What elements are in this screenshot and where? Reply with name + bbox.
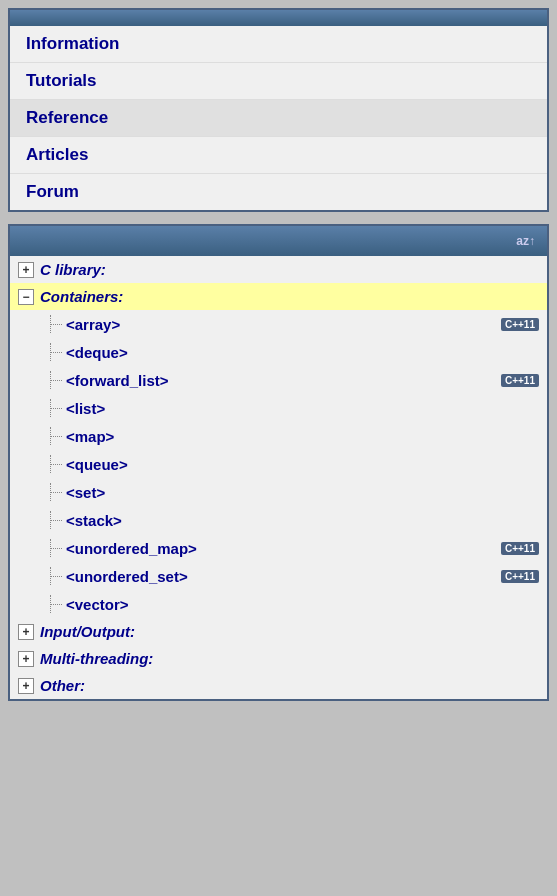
tree-label-multi-threading: Multi-threading: <box>40 650 153 667</box>
tree-item-multi-threading[interactable]: +Multi-threading: <box>10 645 547 672</box>
nav-item-information[interactable]: Information <box>10 26 547 63</box>
tree-child-label: <array> <box>66 316 120 333</box>
tree-child-item[interactable]: <deque> <box>10 338 547 366</box>
tree-child-item[interactable]: <set> <box>10 478 547 506</box>
tree-label-containers: Containers: <box>40 288 123 305</box>
tree-connector-icon <box>42 343 62 361</box>
tree-child-label: <queue> <box>66 456 128 473</box>
tree-child-label: <forward_list> <box>66 372 169 389</box>
nav-item-tutorials[interactable]: Tutorials <box>10 63 547 100</box>
nav-item-reference[interactable]: Reference <box>10 100 547 137</box>
tree-child-item[interactable]: <vector> <box>10 590 547 618</box>
cpp11-badge: C++11 <box>501 570 539 583</box>
tree-child-item[interactable]: <queue> <box>10 450 547 478</box>
tree-child-label: <list> <box>66 400 105 417</box>
tree-section-other: +Other: <box>10 672 547 699</box>
tree-child-item[interactable]: <forward_list>C++11 <box>10 366 547 394</box>
nav-panel: InformationTutorialsReferenceArticlesFor… <box>8 8 549 212</box>
tree-child-label: <deque> <box>66 344 128 361</box>
tree-child-item[interactable]: <map> <box>10 422 547 450</box>
reference-panel-header: az↑ <box>10 226 547 256</box>
tree-child-item[interactable]: <list> <box>10 394 547 422</box>
sort-az-icon[interactable]: az↑ <box>511 234 535 248</box>
tree-label-other: Other: <box>40 677 85 694</box>
tree-connector-icon <box>42 511 62 529</box>
tree-section-input-output: +Input/Output: <box>10 618 547 645</box>
expand-icon-multi-threading[interactable]: + <box>18 651 34 667</box>
tree-child-item[interactable]: <array>C++11 <box>10 310 547 338</box>
tree-connector-icon <box>42 315 62 333</box>
tree-connector-icon <box>42 595 62 613</box>
cpp11-badge: C++11 <box>501 318 539 331</box>
nav-item-articles[interactable]: Articles <box>10 137 547 174</box>
tree-section-containers: −Containers:<array>C++11<deque><forward_… <box>10 283 547 618</box>
tree-item-input-output[interactable]: +Input/Output: <box>10 618 547 645</box>
tree-connector-icon <box>42 455 62 473</box>
tree-child-label: <unordered_map> <box>66 540 197 557</box>
tree-connector-icon <box>42 483 62 501</box>
tree-child-label: <map> <box>66 428 114 445</box>
tree-section-multi-threading: +Multi-threading: <box>10 645 547 672</box>
expand-icon-other[interactable]: + <box>18 678 34 694</box>
expand-icon-containers[interactable]: − <box>18 289 34 305</box>
tree-label-c-library: C library: <box>40 261 106 278</box>
tree-section-c-library: +C library: <box>10 256 547 283</box>
tree-item-other[interactable]: +Other: <box>10 672 547 699</box>
tree-item-c-library[interactable]: +C library: <box>10 256 547 283</box>
cpp11-badge: C++11 <box>501 374 539 387</box>
tree-child-label: <stack> <box>66 512 122 529</box>
nav-item-forum[interactable]: Forum <box>10 174 547 210</box>
expand-icon-input-output[interactable]: + <box>18 624 34 640</box>
tree-child-item[interactable]: <unordered_map>C++11 <box>10 534 547 562</box>
tree-item-containers[interactable]: −Containers: <box>10 283 547 310</box>
tree-connector-icon <box>42 567 62 585</box>
tree-child-item[interactable]: <unordered_set>C++11 <box>10 562 547 590</box>
reference-header-row: az↑ <box>22 234 535 248</box>
nav-list: InformationTutorialsReferenceArticlesFor… <box>10 26 547 210</box>
reference-panel: az↑ +C library:−Containers:<array>C++11<… <box>8 224 549 701</box>
tree-connector-icon <box>42 427 62 445</box>
tree-connector-icon <box>42 539 62 557</box>
tree-label-input-output: Input/Output: <box>40 623 135 640</box>
tree-child-item[interactable]: <stack> <box>10 506 547 534</box>
reference-tree: +C library:−Containers:<array>C++11<dequ… <box>10 256 547 699</box>
nav-panel-header <box>10 10 547 26</box>
tree-children-containers: <array>C++11<deque><forward_list>C++11<l… <box>10 310 547 618</box>
tree-child-label: <set> <box>66 484 105 501</box>
cpp11-badge: C++11 <box>501 542 539 555</box>
tree-child-label: <unordered_set> <box>66 568 188 585</box>
tree-child-label: <vector> <box>66 596 129 613</box>
expand-icon-c-library[interactable]: + <box>18 262 34 278</box>
tree-connector-icon <box>42 399 62 417</box>
tree-connector-icon <box>42 371 62 389</box>
